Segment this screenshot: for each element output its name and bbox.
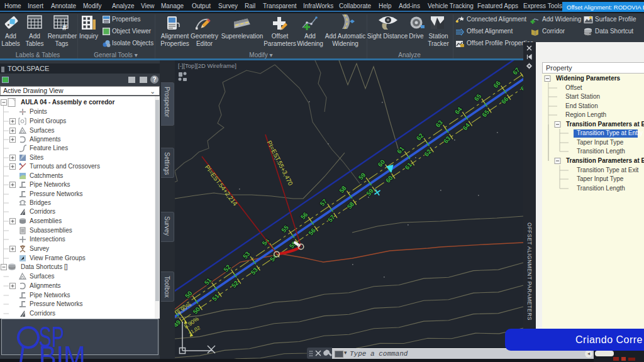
svg-text:[-][Top][2D Wireframe]: [-][Top][2D Wireframe] <box>178 62 236 69</box>
svg-text:#: # <box>62 23 67 31</box>
svg-text:BIM: BIM <box>39 340 86 362</box>
